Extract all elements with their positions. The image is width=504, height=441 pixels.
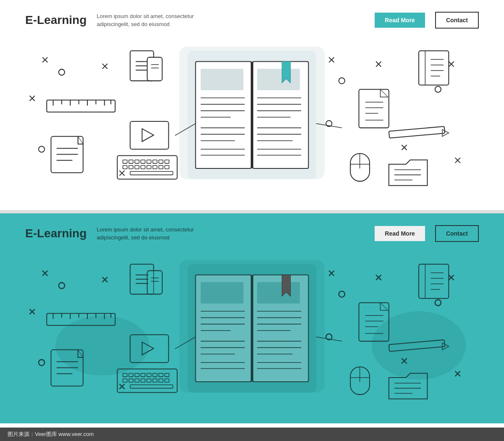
svg-rect-175 (153, 379, 157, 382)
banner-1: E-Learning Lorem ipsum dolor sit amet, c… (0, 0, 504, 210)
svg-rect-56 (201, 69, 244, 90)
svg-rect-167 (153, 373, 157, 377)
banner-2-illustration (17, 246, 487, 419)
svg-rect-34 (117, 156, 177, 179)
svg-rect-171 (129, 379, 133, 382)
svg-rect-43 (123, 165, 127, 169)
divider (0, 210, 504, 213)
svg-rect-151 (147, 270, 163, 294)
svg-rect-88 (389, 126, 445, 138)
svg-point-127 (339, 291, 345, 297)
svg-rect-161 (117, 369, 177, 393)
svg-rect-217 (419, 264, 449, 298)
svg-rect-82 (359, 89, 389, 128)
svg-rect-164 (135, 373, 139, 377)
svg-rect-40 (153, 160, 157, 163)
svg-rect-66 (257, 69, 300, 90)
banner-1-read-more-button[interactable]: Read More (375, 13, 425, 28)
svg-point-3 (59, 69, 65, 75)
svg-rect-170 (123, 379, 127, 382)
svg-marker-28 (142, 129, 153, 142)
svg-line-214 (380, 303, 388, 310)
svg-rect-169 (165, 373, 169, 377)
svg-point-106 (435, 87, 441, 92)
svg-rect-174 (147, 379, 151, 382)
banner-2-contact-button[interactable]: Contact (435, 225, 479, 242)
svg-rect-177 (165, 379, 169, 382)
banner-1-svg (17, 33, 487, 206)
svg-rect-178 (130, 385, 173, 388)
svg-rect-41 (159, 160, 163, 163)
banner-2-title: E-Learning (25, 227, 87, 240)
svg-point-114 (372, 311, 466, 380)
banner-2: E-Learning Lorem ipsum dolor sit amet, c… (0, 213, 504, 423)
svg-rect-46 (141, 165, 145, 169)
svg-rect-24 (147, 57, 163, 81)
svg-rect-48 (153, 165, 157, 169)
svg-line-33 (78, 136, 83, 144)
banner-2-svg (17, 246, 487, 419)
svg-rect-166 (147, 373, 151, 377)
banner-2-desc: Lorem ipsum dolor sit amet, consectetur … (97, 226, 365, 242)
svg-line-87 (380, 89, 388, 97)
svg-point-112 (55, 315, 150, 375)
svg-point-6 (39, 146, 45, 152)
svg-rect-39 (147, 160, 151, 163)
banner-1-desc: Lorem ipsum dolor sit amet, consectetur … (97, 12, 365, 29)
banner-1-header: E-Learning Lorem ipsum dolor sit amet, c… (0, 0, 504, 29)
svg-rect-37 (135, 160, 139, 163)
svg-rect-38 (141, 160, 145, 163)
svg-rect-36 (129, 160, 133, 163)
svg-point-101 (339, 78, 345, 84)
svg-rect-49 (159, 165, 163, 169)
svg-rect-176 (159, 379, 163, 382)
svg-rect-172 (135, 379, 139, 382)
banner-1-contact-button[interactable]: Contact (435, 12, 479, 29)
svg-rect-42 (165, 160, 169, 163)
svg-rect-27 (130, 121, 169, 149)
svg-rect-90 (419, 51, 449, 85)
svg-rect-163 (129, 373, 133, 377)
banner-2-header: E-Learning Lorem ipsum dolor sit amet, c… (0, 213, 504, 242)
svg-rect-51 (130, 171, 173, 175)
svg-rect-165 (141, 373, 145, 377)
svg-rect-193 (257, 282, 300, 304)
svg-point-120 (39, 360, 45, 365)
svg-rect-168 (159, 373, 163, 377)
watermark-text: 图片来源：Veer图库 www.veer.com (8, 431, 94, 437)
banner-1-illustration (17, 33, 487, 206)
svg-rect-44 (129, 165, 133, 169)
banner-2-read-more-button[interactable]: Read More (375, 226, 425, 241)
svg-rect-45 (135, 165, 139, 169)
svg-point-132 (435, 300, 441, 306)
banner-1-title: E-Learning (25, 13, 87, 27)
svg-rect-162 (123, 373, 127, 377)
watermark: 图片来源：Veer图库 www.veer.com (0, 428, 504, 441)
svg-rect-47 (147, 165, 151, 169)
svg-rect-173 (141, 379, 145, 382)
svg-rect-35 (123, 160, 127, 163)
svg-rect-50 (165, 165, 169, 169)
svg-point-117 (59, 283, 65, 289)
svg-rect-183 (201, 282, 244, 304)
